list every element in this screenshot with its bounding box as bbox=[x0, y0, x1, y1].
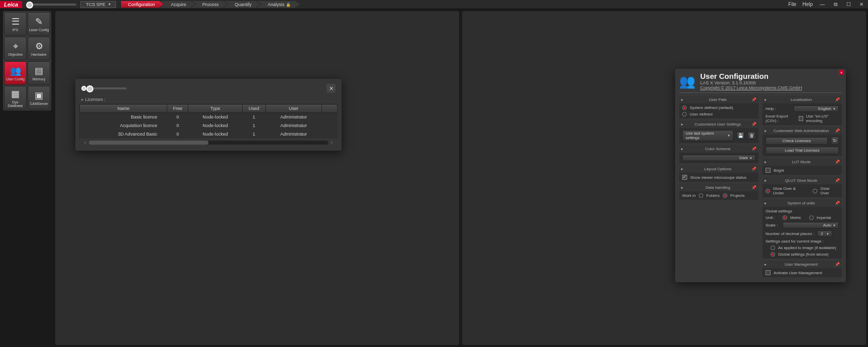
license-dialog: ✕ Licenses : Name Free Type Used User Ba… bbox=[75, 79, 342, 151]
decimals-dropdown[interactable]: 2 bbox=[817, 230, 832, 237]
user-path-heading: User Path bbox=[709, 97, 727, 102]
pin-icon[interactable]: 📌 bbox=[835, 160, 840, 164]
pin-icon[interactable]: 📌 bbox=[835, 201, 840, 205]
user-icon: 👥 bbox=[10, 65, 21, 76]
panel-close-icon[interactable]: × bbox=[839, 70, 844, 75]
pin-icon[interactable]: 📌 bbox=[751, 122, 756, 127]
radio-system-defined[interactable] bbox=[682, 105, 687, 110]
chk-activate-user-mgmt[interactable] bbox=[766, 270, 771, 275]
radio-imperial[interactable] bbox=[809, 215, 814, 220]
pin-icon[interactable]: 📌 bbox=[751, 97, 756, 102]
config-sidebar: ☰IPS ✎Laser Config ⌖Objective ⚙Hardware … bbox=[3, 11, 51, 110]
col-name[interactable]: Name bbox=[80, 104, 167, 113]
col-type[interactable]: Type bbox=[188, 104, 242, 113]
radio-glow-over[interactable] bbox=[813, 189, 817, 193]
wf-quantify[interactable]: Quantify bbox=[224, 1, 261, 8]
table-row[interactable]: Acquisition licence0Node-locked1Administ… bbox=[80, 122, 338, 130]
workflow-steps: Configuration Acquire Process Quantify A… bbox=[121, 1, 300, 8]
wf-process[interactable]: Process bbox=[191, 1, 228, 8]
col-free[interactable]: Free bbox=[167, 104, 188, 113]
copyright-text: Copyright © 2017 Leica Microsystems CMS … bbox=[700, 85, 802, 90]
load-trial-button[interactable]: Load Trial Licenses bbox=[766, 147, 839, 154]
color-scheme-heading: Color Scheme bbox=[705, 147, 731, 151]
gear-icon: ⚙ bbox=[35, 41, 43, 52]
col-user[interactable]: User bbox=[265, 104, 321, 113]
col-used[interactable]: Used bbox=[243, 104, 266, 113]
logo: Leica bbox=[0, 1, 22, 8]
radio-global-settings[interactable] bbox=[771, 252, 775, 257]
menu-help[interactable]: Help bbox=[802, 2, 813, 7]
maximize-icon[interactable]: ☐ bbox=[845, 1, 852, 8]
radio-folders[interactable] bbox=[699, 193, 703, 198]
memory-icon: ▤ bbox=[35, 65, 43, 76]
sidebar-user-config[interactable]: 👥User Config bbox=[4, 61, 27, 85]
lut-mode-heading: LUT Mode bbox=[792, 160, 810, 164]
pin-icon[interactable]: 📌 bbox=[751, 167, 756, 171]
right-panel: × 👥 User Configuration LAS X Version: 3.… bbox=[462, 11, 866, 345]
sidebar-laser-config[interactable]: ✎Laser Config bbox=[28, 12, 50, 36]
top-menu-bar: Leica TCS SPE Configuration Acquire Proc… bbox=[0, 0, 868, 9]
wf-analysis[interactable]: Analysis bbox=[257, 1, 300, 8]
menu-file[interactable]: File bbox=[788, 2, 796, 7]
sidebar-objective[interactable]: ⌖Objective bbox=[4, 37, 27, 60]
delete-icon[interactable]: 🗑 bbox=[747, 132, 755, 140]
custom-settings-heading: Customized User Settings bbox=[695, 122, 741, 127]
chk-bright[interactable] bbox=[766, 168, 771, 173]
table-scrollbar[interactable]: ‹ › bbox=[79, 139, 338, 147]
pin-icon[interactable]: 📌 bbox=[751, 147, 756, 151]
table-row[interactable]: Basic licence0Node-locked1Administrator bbox=[80, 113, 338, 122]
dialog-close-icon[interactable]: ✕ bbox=[327, 84, 336, 93]
panel-title: User Configuration bbox=[700, 72, 802, 80]
pin-icon[interactable]: 📌 bbox=[835, 97, 840, 102]
radio-glow-over-under[interactable] bbox=[766, 189, 770, 193]
units-heading: System of units bbox=[788, 201, 815, 205]
scroll-left-icon[interactable]: ‹ bbox=[84, 140, 86, 146]
minimize-icon[interactable]: — bbox=[819, 1, 826, 8]
save-icon[interactable]: 💾 bbox=[736, 132, 744, 140]
restore-icon[interactable]: ⧉ bbox=[832, 1, 839, 8]
scroll-right-icon[interactable]: › bbox=[331, 140, 333, 146]
glow-heading: QLUT Glow Mode bbox=[785, 178, 817, 183]
help-language-dropdown[interactable]: English bbox=[794, 105, 839, 112]
pin-icon[interactable]: 📌 bbox=[835, 129, 840, 133]
radio-user-defined[interactable] bbox=[682, 112, 687, 117]
pin-icon[interactable]: 📌 bbox=[751, 185, 756, 190]
radio-metric[interactable] bbox=[783, 215, 787, 220]
wf-acquire[interactable]: Acquire bbox=[160, 1, 195, 8]
chk-csv-encoding[interactable] bbox=[799, 116, 803, 121]
scale-dropdown[interactable]: Auto bbox=[783, 222, 839, 228]
objective-icon: ⌖ bbox=[13, 41, 18, 52]
pin-icon[interactable]: 📌 bbox=[835, 178, 840, 183]
sidebar-camserver[interactable]: ▣CAMServer bbox=[28, 86, 50, 109]
data-handling-heading: Data handling bbox=[705, 185, 730, 190]
sidebar-memory[interactable]: ▤Memory bbox=[28, 61, 50, 85]
radio-as-applied[interactable] bbox=[771, 246, 775, 250]
left-panel: ✕ Licenses : Name Free Type Used User Ba… bbox=[55, 11, 459, 345]
licenses-heading: Licenses : bbox=[79, 94, 338, 104]
sidebar-ips[interactable]: ☰IPS bbox=[4, 12, 27, 36]
sidebar-hardware[interactable]: ⚙Hardware bbox=[28, 37, 50, 60]
close-icon[interactable]: ✕ bbox=[858, 1, 865, 8]
wf-configuration[interactable]: Configuration bbox=[121, 1, 164, 8]
version-text: LAS X Version: 3.1.5.16308 bbox=[700, 80, 802, 85]
sidebar-dye-database[interactable]: ▦Dye Database bbox=[4, 86, 27, 109]
pin-icon[interactable]: 📌 bbox=[835, 262, 840, 267]
codemeter-heading: Codemeter Web Administration bbox=[774, 129, 829, 133]
table-row[interactable]: 3D Advanced Basic0Node-locked1Administra… bbox=[80, 130, 338, 139]
refresh-icon[interactable]: ↻ bbox=[831, 137, 839, 145]
settings-dropdown[interactable]: Use last system settings bbox=[682, 130, 733, 141]
radio-projects[interactable] bbox=[723, 193, 727, 198]
dialog-slider-knob[interactable] bbox=[81, 86, 86, 91]
laser-icon: ✎ bbox=[35, 16, 43, 27]
server-icon: ▣ bbox=[35, 90, 43, 101]
top-slider[interactable] bbox=[26, 4, 76, 6]
user-config-icon: 👥 bbox=[679, 72, 695, 90]
layout-heading: Layout Options bbox=[704, 167, 731, 171]
color-scheme-dropdown[interactable]: Dark bbox=[682, 155, 755, 161]
module-dropdown[interactable]: TCS SPE bbox=[80, 1, 116, 8]
user-config-panel: × 👥 User Configuration LAS X Version: 3.… bbox=[675, 69, 846, 282]
licenses-table: Name Free Type Used User Basic licence0N… bbox=[79, 104, 338, 139]
dye-icon: ▦ bbox=[11, 88, 20, 99]
check-licenses-button[interactable]: Check Licenses bbox=[766, 137, 828, 145]
chk-show-viewer[interactable] bbox=[682, 175, 687, 180]
